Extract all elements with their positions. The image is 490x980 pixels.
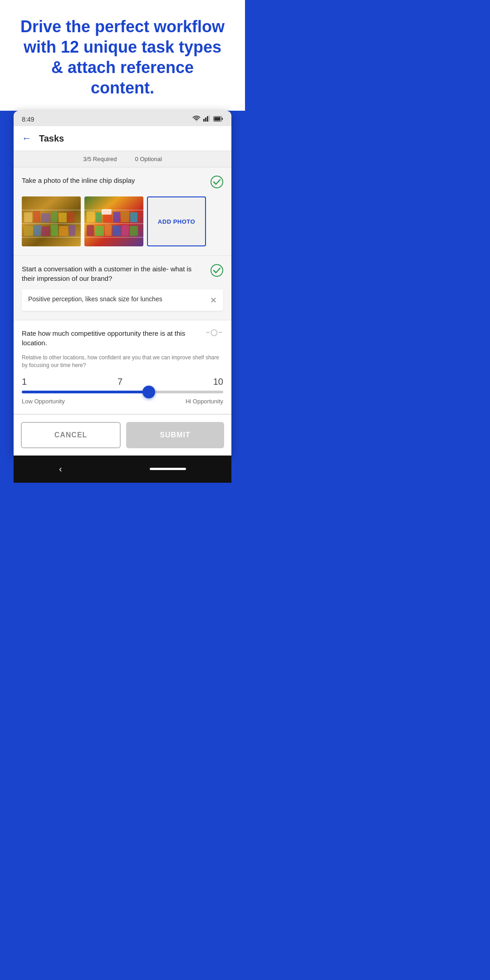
svg-rect-3	[209, 115, 210, 122]
svg-rect-31	[113, 212, 120, 222]
svg-rect-1	[205, 118, 206, 122]
svg-rect-14	[41, 213, 50, 222]
photo-task-title: Take a photo of the inline chip display	[22, 176, 211, 185]
photo-task-check-icon	[211, 176, 223, 190]
svg-rect-6	[222, 118, 223, 120]
progress-row: 3/5 Required 0 Optional	[14, 151, 231, 167]
shelf-image-1	[22, 196, 81, 246]
slider-value-num: 7	[118, 377, 122, 387]
submit-button[interactable]: SUBMIT	[126, 422, 224, 448]
slider-fill	[22, 391, 149, 393]
status-icons	[192, 115, 223, 123]
battery-icon	[213, 115, 223, 123]
svg-rect-2	[207, 116, 208, 122]
svg-rect-29	[96, 212, 102, 222]
svg-rect-21	[51, 225, 58, 236]
add-photo-label: ADD PHOTO	[158, 218, 195, 225]
svg-point-7	[211, 176, 223, 188]
slider-low-label: Low Opportunity	[22, 398, 65, 405]
status-bar: 8:49	[14, 111, 231, 126]
slider-min-num: 1	[22, 377, 27, 387]
conversation-task-title: Start a conversation with a customer in …	[22, 264, 211, 283]
svg-rect-35	[95, 226, 104, 236]
svg-rect-36	[105, 225, 112, 236]
back-button[interactable]: ←	[22, 132, 32, 144]
slider-thumb	[142, 386, 155, 398]
wifi-icon	[192, 115, 201, 123]
svg-rect-22	[59, 226, 68, 236]
slider-section: 1 7 10 Low Opportunity Hi Opportunity	[22, 377, 223, 405]
svg-rect-40	[102, 209, 112, 215]
svg-rect-28	[87, 211, 95, 222]
svg-rect-34	[87, 225, 94, 236]
rate-task-slider-icon: −◯−	[206, 328, 223, 336]
svg-rect-23	[69, 225, 75, 236]
conversation-task-card: Start a conversation with a customer in …	[14, 256, 231, 320]
add-photo-button[interactable]: ADD PHOTO	[147, 196, 206, 246]
slider-labels: Low Opportunity Hi Opportunity	[22, 398, 223, 405]
svg-rect-5	[214, 117, 220, 121]
text-answer-box: Positive perception, likes snack size fo…	[22, 289, 223, 311]
svg-rect-38	[122, 225, 129, 236]
svg-rect-12	[24, 212, 32, 222]
clear-answer-icon[interactable]: ✕	[210, 295, 217, 305]
svg-rect-39	[130, 226, 138, 236]
svg-rect-13	[33, 211, 40, 222]
photo-task-header: Take a photo of the inline chip display	[22, 176, 223, 190]
rate-task-subtitle: Relative to other locations, how confide…	[22, 354, 223, 369]
content-area: Take a photo of the inline chip display	[14, 167, 231, 456]
nav-back-icon[interactable]: ‹	[59, 464, 62, 474]
bottom-buttons: CANCEL SUBMIT	[14, 414, 231, 456]
slider-max-num: 10	[213, 377, 223, 387]
slider-high-label: Hi Opportunity	[186, 398, 223, 405]
svg-rect-20	[42, 226, 50, 236]
optional-label: 0 Optional	[135, 156, 162, 162]
slider-numbers: 1 7 10	[22, 377, 223, 387]
app-bar-title: Tasks	[39, 133, 64, 144]
svg-rect-37	[113, 225, 121, 236]
svg-rect-18	[24, 226, 33, 236]
svg-rect-33	[130, 212, 137, 222]
nav-home-bar[interactable]	[150, 468, 186, 470]
rate-task-card: Rate how much competitive opportunity th…	[14, 320, 231, 414]
svg-rect-15	[51, 211, 58, 222]
conversation-task-header: Start a conversation with a customer in …	[22, 264, 223, 283]
cancel-button[interactable]: CANCEL	[21, 422, 121, 448]
svg-rect-0	[203, 119, 205, 122]
rate-task-header: Rate how much competitive opportunity th…	[22, 328, 223, 348]
rate-task-title: Rate how much competitive opportunity th…	[22, 328, 206, 348]
svg-rect-16	[59, 213, 67, 222]
conversation-task-check-icon	[211, 264, 223, 279]
required-label: 3/5 Required	[83, 156, 117, 162]
slider-track[interactable]	[22, 391, 223, 393]
hero-section: Drive the perfect workflow with 12 uniqu…	[0, 0, 245, 111]
photo-row: ADD PHOTO	[22, 196, 223, 246]
svg-rect-17	[67, 212, 74, 222]
nav-bar: ‹	[14, 456, 231, 483]
status-time: 8:49	[22, 116, 34, 123]
signal-icon	[203, 115, 211, 123]
phone-shell: 8:49	[14, 111, 231, 456]
photo-task-card: Take a photo of the inline chip display	[14, 167, 231, 256]
answer-text: Positive perception, likes snack size fo…	[28, 295, 206, 304]
app-bar: ← Tasks	[14, 126, 231, 151]
hero-title: Drive the perfect workflow with 12 uniqu…	[18, 16, 227, 98]
svg-point-41	[211, 265, 223, 276]
svg-rect-19	[34, 225, 41, 236]
svg-rect-32	[121, 211, 129, 222]
photo-thumb-1	[22, 196, 81, 246]
photo-thumb-2	[84, 196, 143, 246]
